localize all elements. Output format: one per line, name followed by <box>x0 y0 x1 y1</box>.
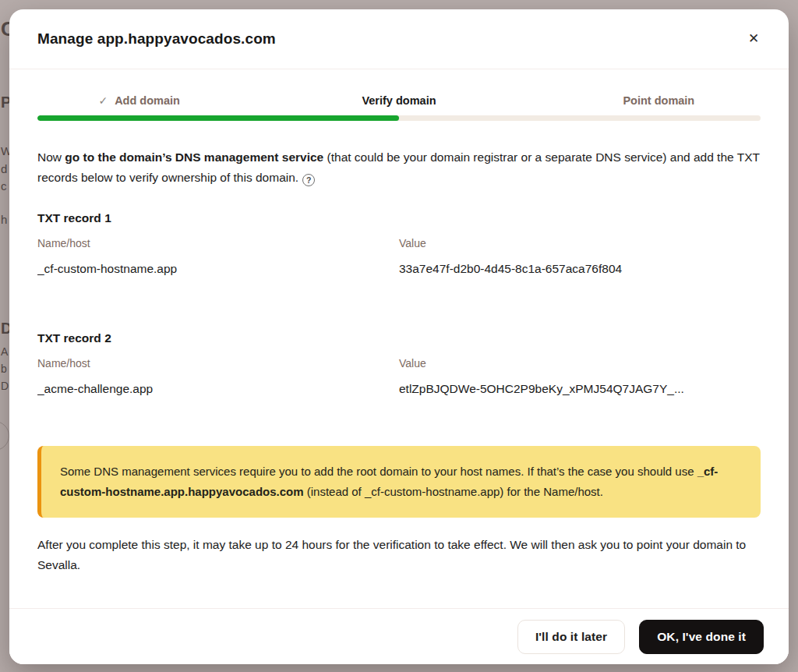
do-it-later-button[interactable]: I'll do it later <box>517 620 625 654</box>
step-point-domain: Point domain <box>529 94 789 107</box>
record-value: 33a7e47f-d2b0-4d45-8c1a-657aca76f804 <box>399 262 761 276</box>
progress-fill <box>37 115 399 121</box>
background-text-fragment: h <box>1 213 7 226</box>
domain-stepper: ✓ Add domain Verify domain Point domain <box>9 94 789 107</box>
name-host-label: Name/host <box>37 237 399 249</box>
verification-time-note: After you complete this step, it may tak… <box>37 535 761 575</box>
modal-header: Manage app.happyavocados.com ✕ <box>9 9 789 69</box>
background-text-fragment: D <box>1 380 9 392</box>
step-add-domain: ✓ Add domain <box>9 94 269 107</box>
modal-title: Manage app.happyavocados.com <box>37 30 276 48</box>
warning-pre: Some DNS management services require you… <box>60 465 697 478</box>
txt-record-1: TXT record 1 Name/host Value _cf-custom-… <box>37 211 761 276</box>
background-text-fragment: D <box>1 320 9 338</box>
background-text-fragment: P <box>1 94 9 111</box>
manage-domain-modal: Manage app.happyavocados.com ✕ ✓ Add dom… <box>9 9 789 664</box>
instructions-text: Now go to the domain’s DNS management se… <box>37 147 761 188</box>
ok-done-button[interactable]: OK, I've done it <box>639 620 764 654</box>
value-label: Value <box>399 237 761 249</box>
background-text-fragment: d <box>1 162 7 175</box>
background-text-fragment: A <box>1 345 8 358</box>
name-host-label: Name/host <box>37 357 399 370</box>
background-text-fragment: c <box>1 179 7 193</box>
record-title: TXT record 1 <box>37 211 761 225</box>
record-name-value: _cf-custom-hostname.app <box>37 262 399 276</box>
check-icon: ✓ <box>98 94 108 107</box>
progress-bar <box>37 115 761 121</box>
step-verify-domain: Verify domain <box>269 94 528 107</box>
background-avatar-fragment <box>0 421 9 451</box>
value-label: Value <box>399 357 761 370</box>
txt-record-2: TXT record 2 Name/host Value _acme-chall… <box>37 331 761 396</box>
background-text-fragment: W <box>1 144 9 157</box>
background-text-fragment: C <box>1 17 9 41</box>
close-icon[interactable]: ✕ <box>742 27 765 51</box>
instructions-bold: go to the domain’s DNS management servic… <box>65 150 323 164</box>
modal-footer: I'll do it later OK, I've done it <box>9 608 789 664</box>
step-label: Point domain <box>623 94 694 107</box>
help-icon[interactable]: ? <box>302 174 315 186</box>
dimmed-background-page: C P W d c h D A b D <box>0 0 9 672</box>
record-value: etlZpBJQDWe-5OHC2P9beKy_xPMJ54Q7JAG7Y_..… <box>399 382 761 396</box>
step-label: Verify domain <box>362 94 436 107</box>
step-label: Add domain <box>115 94 180 107</box>
instructions-pre: Now <box>37 150 65 164</box>
warning-post: (instead of _cf-custom-hostname.app) for… <box>304 485 603 498</box>
dns-root-domain-warning: Some DNS management services require you… <box>37 446 761 518</box>
modal-content: Now go to the domain’s DNS management se… <box>9 147 789 396</box>
record-title: TXT record 2 <box>37 331 761 345</box>
record-name-value: _acme-challenge.app <box>37 382 399 396</box>
background-text-fragment: b <box>1 363 7 375</box>
